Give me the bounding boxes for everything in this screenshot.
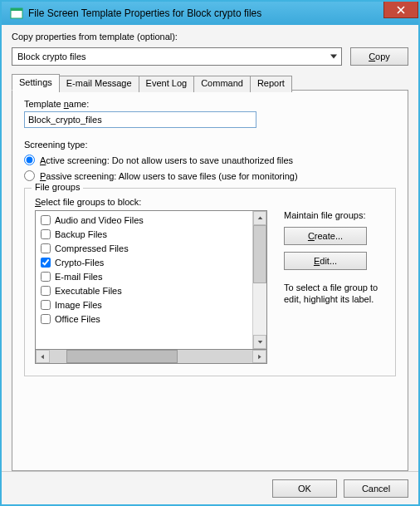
template-name-label: Template name: (24, 99, 396, 109)
file-group-label: Image Files (55, 300, 102, 310)
template-name-input[interactable] (24, 111, 256, 128)
dialog-icon (10, 7, 23, 20)
radio-active-label: Active screening: Do not allow users to … (40, 155, 293, 165)
dialog-title: File Screen Template Properties for Bloc… (28, 7, 261, 19)
copy-template-label: Copy properties from template (optional)… (12, 32, 408, 42)
file-group-checkbox[interactable] (41, 243, 51, 253)
file-group-label: Backup Files (55, 229, 107, 239)
select-file-groups-label: Select file groups to block: (35, 197, 385, 207)
file-groups-fieldset: File groups Select file groups to block:… (24, 188, 396, 376)
tab-report[interactable]: Report (250, 76, 292, 92)
hscroll-thumb[interactable] (66, 350, 178, 363)
cancel-button[interactable]: Cancel (344, 479, 408, 498)
dialog-button-bar: OK Cancel (2, 471, 418, 504)
list-item[interactable]: E-mail Files (37, 269, 252, 283)
file-group-checkbox[interactable] (41, 229, 51, 239)
copy-template-selected: Block crypto files (17, 52, 86, 61)
copy-button[interactable]: Copy (350, 47, 408, 66)
file-group-checkbox[interactable] (41, 258, 51, 268)
radio-active-screening[interactable]: Active screening: Do not allow users to … (24, 155, 396, 165)
ok-button[interactable]: OK (272, 479, 337, 498)
file-groups-listbox[interactable]: Audio and Video FilesBackup FilesCompres… (35, 210, 267, 350)
file-group-label: Crypto-Files (55, 258, 104, 268)
maintain-label: Maintain file groups: (284, 210, 385, 220)
dialog-body: Copy properties from template (optional)… (2, 25, 418, 471)
radio-passive-label: Passive screening: Allow users to save f… (40, 171, 298, 181)
file-group-label: Audio and Video Files (55, 215, 144, 225)
list-item[interactable]: Compressed Files (37, 241, 252, 255)
list-item[interactable]: Crypto-Files (37, 255, 252, 269)
list-item[interactable]: Image Files (37, 297, 252, 312)
edit-hint: To select a file group to edit, highligh… (284, 282, 385, 306)
file-group-checkbox[interactable] (41, 215, 51, 225)
copy-template-combobox[interactable]: Block crypto files (12, 47, 342, 66)
tab-panel-settings: Template name: Screening type: Active sc… (12, 90, 408, 471)
scroll-up-button[interactable] (253, 211, 266, 225)
file-group-label: Compressed Files (55, 243, 129, 253)
scroll-left-button[interactable] (36, 350, 50, 363)
svg-rect-1 (11, 8, 22, 11)
radio-active-input[interactable] (24, 155, 35, 165)
tab-command[interactable]: Command (193, 76, 251, 92)
list-item[interactable]: Office Files (37, 312, 252, 326)
screening-type-label: Screening type: (24, 140, 396, 150)
list-item[interactable]: Backup Files (37, 227, 252, 241)
file-groups-legend: File groups (32, 182, 83, 192)
list-item[interactable]: Executable Files (37, 283, 252, 297)
list-item[interactable]: Audio and Video Files (37, 213, 252, 227)
tabstrip: Settings E-mail Message Event Log Comman… (12, 74, 408, 91)
vertical-scrollbar[interactable] (252, 211, 266, 349)
file-group-label: Office Files (55, 314, 100, 324)
dialog-window: File Screen Template Properties for Bloc… (0, 0, 420, 506)
create-file-group-button[interactable]: Create... (284, 227, 367, 245)
file-group-checkbox[interactable] (41, 314, 51, 324)
titlebar[interactable]: File Screen Template Properties for Bloc… (2, 2, 418, 25)
file-group-checkbox[interactable] (41, 286, 51, 296)
edit-file-group-button[interactable]: Edit... (284, 252, 367, 270)
tab-settings[interactable]: Settings (12, 74, 60, 91)
scroll-right-button[interactable] (252, 350, 266, 363)
scroll-thumb[interactable] (253, 225, 266, 283)
file-group-checkbox[interactable] (41, 272, 51, 282)
file-group-label: E-mail Files (55, 272, 102, 282)
file-group-checkbox[interactable] (41, 300, 51, 310)
radio-passive-screening[interactable]: Passive screening: Allow users to save f… (24, 170, 396, 181)
scroll-down-button[interactable] (253, 335, 266, 349)
radio-passive-input[interactable] (24, 170, 35, 181)
horizontal-scrollbar[interactable] (35, 350, 267, 364)
file-group-label: Executable Files (55, 286, 122, 296)
tab-email[interactable]: E-mail Message (59, 76, 139, 92)
close-button[interactable] (383, 2, 418, 18)
tab-eventlog[interactable]: Event Log (139, 76, 195, 92)
